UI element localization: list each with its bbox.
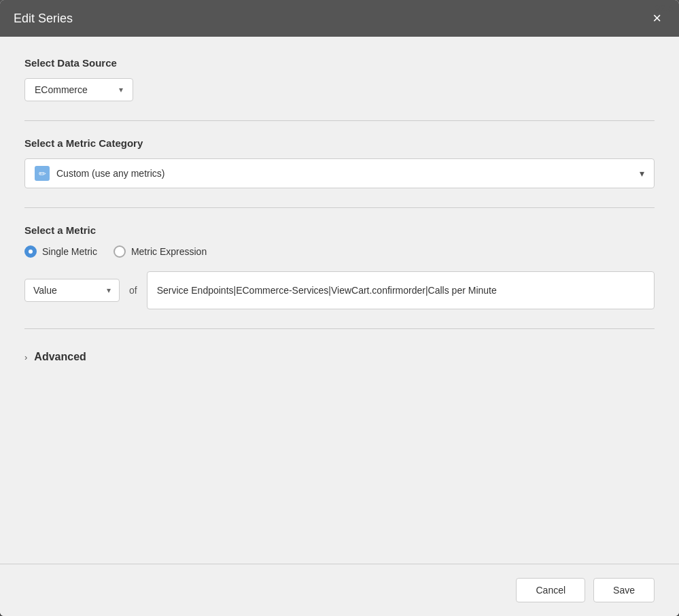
- divider-3: [24, 328, 655, 329]
- single-metric-radio[interactable]: [24, 245, 37, 258]
- advanced-label: Advanced: [34, 351, 86, 363]
- dialog-header: Edit Series ×: [0, 0, 679, 37]
- metric-category-dropdown[interactable]: ✏ Custom (use any metrics) ▾: [24, 158, 655, 188]
- background-value: 22.5: [650, 0, 679, 16]
- metric-expression-label: Metric Expression: [131, 246, 207, 257]
- advanced-row[interactable]: › Advanced: [24, 345, 655, 369]
- value-dropdown-label: Value: [33, 285, 57, 296]
- dialog-body: Select Data Source ECommerce ▾ Select a …: [0, 37, 679, 564]
- value-dropdown-chevron-icon: ▾: [107, 286, 111, 295]
- advanced-chevron-icon: ›: [24, 352, 27, 362]
- edit-series-dialog: 22.5 Edit Series × Select Data Source EC…: [0, 0, 679, 616]
- metric-expression-option[interactable]: Metric Expression: [114, 245, 207, 258]
- metric-expression-radio[interactable]: [114, 245, 126, 258]
- datasource-chevron-icon: ▾: [119, 85, 123, 95]
- divider-2: [24, 207, 655, 208]
- metric-type-radio-group: Single Metric Metric Expression: [24, 245, 655, 258]
- datasource-section: Select Data Source ECommerce ▾: [24, 57, 655, 101]
- dialog-title: Edit Series: [14, 12, 73, 26]
- datasource-label: Select Data Source: [24, 57, 655, 69]
- of-label: of: [129, 285, 137, 296]
- metric-category-label: Select a Metric Category: [24, 137, 655, 149]
- select-metric-section: Select a Metric Single Metric Metric Exp…: [24, 224, 655, 309]
- single-metric-label: Single Metric: [42, 246, 97, 257]
- datasource-dropdown[interactable]: ECommerce ▾: [24, 78, 133, 101]
- metric-category-chevron-icon: ▾: [640, 168, 644, 179]
- dialog-footer: Cancel Save: [0, 564, 679, 616]
- pencil-icon: ✏: [35, 166, 50, 181]
- value-dropdown[interactable]: Value ▾: [24, 279, 120, 302]
- metric-row: Value ▾ of Service Endpoints|ECommerce-S…: [24, 271, 655, 309]
- save-button[interactable]: Save: [593, 578, 655, 602]
- metric-category-value: Custom (use any metrics): [56, 168, 633, 179]
- single-metric-option[interactable]: Single Metric: [24, 245, 97, 258]
- datasource-value: ECommerce: [35, 84, 88, 95]
- metric-value-display[interactable]: Service Endpoints|ECommerce-Services|Vie…: [147, 271, 655, 309]
- cancel-button[interactable]: Cancel: [516, 578, 585, 602]
- metric-category-section: Select a Metric Category ✏ Custom (use a…: [24, 137, 655, 188]
- select-metric-label: Select a Metric: [24, 224, 655, 236]
- divider-1: [24, 120, 655, 121]
